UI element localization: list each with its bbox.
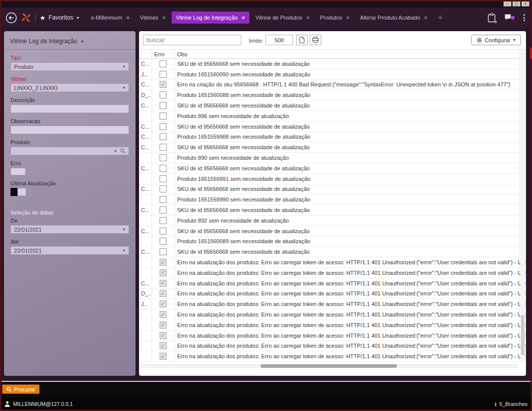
search-input[interactable]: [143, 35, 241, 45]
tab[interactable]: e-Millennium ×: [86, 12, 134, 24]
ultima-atualizacao-toggle[interactable]: [11, 188, 18, 196]
erro-checkbox[interactable]: [160, 154, 167, 161]
erro-checkbox[interactable]: [160, 342, 167, 349]
table-row[interactable]: C... SKU de id 95656668 sem necessidade …: [139, 184, 526, 195]
tab[interactable]: Vitrine de Produtos ×: [251, 12, 314, 24]
erro-checkbox[interactable]: [160, 228, 167, 235]
tab-close-icon[interactable]: ×: [346, 15, 349, 21]
chat-button[interactable]: [504, 14, 515, 22]
tab[interactable]: Vitrines ×: [136, 12, 170, 24]
erro-checkbox[interactable]: [160, 332, 167, 339]
table-row[interactable]: Produto 896 sem necessidade de atualizaç…: [139, 111, 526, 122]
tab-close-icon[interactable]: ×: [126, 15, 129, 21]
table-row[interactable]: Produto 1651559991 sem necessidade de at…: [139, 174, 526, 184]
table-row[interactable]: J... Produto 1651560090 sem necessidade …: [139, 69, 526, 80]
de-date-select[interactable]: 22/01/2021: [11, 225, 129, 234]
erro-checkbox[interactable]: [160, 113, 167, 120]
erro-checkbox[interactable]: [160, 353, 167, 360]
table-row[interactable]: C... SKU de id 95656668 sem necessidade …: [139, 163, 526, 174]
tab-close-icon[interactable]: ×: [241, 15, 244, 21]
table-row[interactable]: Erro na atualização dos produtos: Erro a…: [139, 268, 526, 278]
table-row[interactable]: Erro na atualização dos produtos: Erro a…: [139, 351, 526, 362]
vertical-scrollbar-thumb[interactable]: [521, 315, 524, 355]
table-row[interactable]: C... Erro na criação do sku 95656668 : H…: [139, 80, 526, 90]
erro-checkbox[interactable]: [160, 322, 167, 329]
table-row[interactable]: Erro na atualização dos produtos: Erro a…: [139, 320, 526, 331]
table-row[interactable]: C... SKU de id 95656668 sem necessidade …: [139, 59, 526, 69]
erro-checkbox[interactable]: [160, 71, 167, 78]
table-row[interactable]: C... Erro na atualização dos produtos: E…: [139, 278, 526, 289]
table-row[interactable]: Produto 1651559990 sem necessidade de at…: [139, 194, 526, 205]
horizontal-scrollbar-thumb[interactable]: [260, 364, 397, 368]
erro-checkbox[interactable]: [160, 248, 167, 255]
erro-checkbox[interactable]: [160, 238, 167, 245]
erro-checkbox[interactable]: [160, 217, 167, 224]
new-tab-button[interactable]: +: [438, 13, 442, 22]
limit-input[interactable]: [265, 35, 293, 45]
erro-checkbox[interactable]: [160, 290, 167, 297]
table-row[interactable]: C... SKU de id 95656668 sem necessidade …: [139, 100, 526, 111]
table-row[interactable]: J... Erro na atualização dos produtos: E…: [139, 299, 526, 310]
erro-checkbox[interactable]: [160, 133, 167, 140]
more-options-button[interactable]: [523, 14, 525, 21]
erro-field[interactable]: [11, 168, 26, 175]
erro-checkbox[interactable]: [160, 81, 167, 88]
ate-date-select[interactable]: 22/01/2021: [11, 246, 129, 255]
produto-select[interactable]: [11, 147, 129, 155]
table-row[interactable]: C... Produto 1651559988 sem necessidade …: [139, 132, 526, 143]
erro-checkbox[interactable]: [160, 300, 167, 307]
table-row[interactable]: Produto 892 sem necessidade de atualizaç…: [139, 216, 526, 226]
configure-button[interactable]: Configurar: [471, 35, 521, 45]
descricao-input[interactable]: [11, 105, 129, 113]
print-button[interactable]: [310, 35, 321, 45]
sidebar-title[interactable]: Vitrine Log de Integração: [4, 31, 136, 49]
tab[interactable]: Alterar Produto Acabado ×: [355, 12, 432, 24]
table-row[interactable]: D_... Erro na atualização dos produtos: …: [139, 289, 526, 299]
close-button[interactable]: ×: [521, 1, 529, 7]
erro-checkbox[interactable]: [160, 207, 167, 214]
horizontal-scrollbar[interactable]: [141, 364, 518, 368]
erro-checkbox[interactable]: [160, 311, 167, 318]
table-row[interactable]: C... SKU de id 95656668 sem necessidade …: [139, 142, 526, 153]
tab-close-icon[interactable]: ×: [424, 15, 427, 21]
export-button[interactable]: [296, 35, 308, 45]
tipo-select[interactable]: Produto: [11, 62, 129, 71]
erro-checkbox[interactable]: [160, 123, 167, 130]
table-row[interactable]: C... SKU de id 95656668 sem necessidade …: [139, 226, 526, 237]
table-row[interactable]: Erro na atualização dos produtos: Erro a…: [139, 331, 526, 341]
erro-checkbox[interactable]: [160, 185, 167, 192]
observacao-input[interactable]: [11, 126, 129, 134]
table-row[interactable]: C... SKU de id 95656668 sem necessidade …: [139, 122, 526, 132]
tab-close-icon[interactable]: ×: [162, 15, 165, 21]
erro-checkbox[interactable]: [160, 196, 167, 203]
erro-checkbox[interactable]: [160, 280, 167, 287]
maximize-button[interactable]: □: [512, 1, 520, 7]
erro-checkbox[interactable]: [160, 269, 167, 276]
tasks-button[interactable]: [487, 13, 496, 23]
erro-checkbox[interactable]: [160, 102, 167, 109]
table-row[interactable]: D_... Produto 1651560088 sem necessidade…: [139, 90, 526, 100]
erro-checkbox[interactable]: [160, 259, 167, 266]
erro-checkbox[interactable]: [160, 175, 167, 182]
table-row[interactable]: C... SKU de id 95656668 sem necessidade …: [139, 247, 526, 257]
table-row[interactable]: Produto 1651560089 sem necessidade de at…: [139, 237, 526, 247]
minimize-button[interactable]: –: [503, 1, 511, 7]
table-row[interactable]: Erro na atualização dos produtos: Erro a…: [139, 310, 526, 320]
table-row[interactable]: Erro na atualização dos produtos: Erro a…: [139, 341, 526, 352]
tab[interactable]: Produtos ×: [316, 12, 354, 24]
tab-close-icon[interactable]: ×: [306, 15, 309, 21]
favorites-menu[interactable]: ★ Favoritos: [40, 14, 79, 22]
procurar-button[interactable]: Procurar: [2, 384, 40, 394]
erro-checkbox[interactable]: [160, 144, 167, 151]
erro-checkbox[interactable]: [160, 91, 167, 98]
vertical-scrollbar[interactable]: [520, 50, 525, 362]
tab[interactable]: Vitrine Log de Integração ×: [172, 12, 249, 24]
table-row[interactable]: Erro na atualização dos produtos: Erro a…: [139, 257, 526, 268]
table-row[interactable]: Produto 890 sem necessidade de atualizaç…: [139, 153, 526, 163]
back-button[interactable]: [5, 12, 17, 24]
erro-checkbox[interactable]: [160, 165, 167, 172]
table-row[interactable]: C... SKU de id 95656668 sem necessidade …: [139, 205, 526, 216]
ultima-atualizacao-input[interactable]: [18, 188, 26, 196]
erro-checkbox[interactable]: [160, 60, 167, 67]
search-icon[interactable]: [120, 148, 125, 154]
